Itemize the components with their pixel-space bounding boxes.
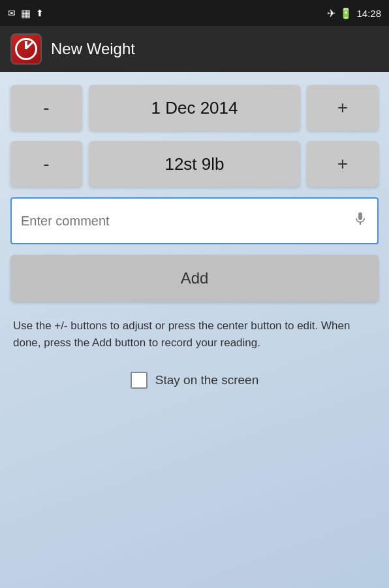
app-title: New Weight [51, 40, 135, 58]
email-icon: ✉ [8, 8, 16, 18]
app-icon [10, 33, 42, 65]
comment-input[interactable] [21, 214, 352, 229]
stay-on-screen-checkbox[interactable] [131, 372, 148, 389]
date-plus-button[interactable]: + [307, 85, 379, 131]
upload-icon: ⬆ [36, 8, 44, 18]
status-icons-right: ✈ 🔋 14:28 [327, 7, 381, 20]
barcode-icon: ▦ [21, 7, 31, 20]
date-minus-button[interactable]: - [10, 85, 82, 131]
weight-control-row: - 12st 9lb + [10, 141, 379, 187]
battery-icon: 🔋 [339, 7, 352, 20]
status-icons-left: ✉ ▦ ⬆ [8, 7, 44, 20]
help-text: Use the +/- buttons to adjust or press t… [10, 318, 379, 351]
add-button[interactable]: Add [10, 255, 379, 302]
stay-on-screen-label: Stay on the screen [155, 373, 258, 387]
airplane-icon: ✈ [327, 7, 335, 20]
app-bar: New Weight [0, 26, 389, 72]
weight-value[interactable]: 12st 9lb [89, 141, 300, 187]
stay-on-screen-row: Stay on the screen [10, 372, 379, 389]
main-content: - 1 Dec 2014 + - 12st 9lb + Add Use the … [0, 72, 389, 402]
date-control-row: - 1 Dec 2014 + [10, 85, 379, 131]
clock-time: 14:28 [356, 8, 381, 19]
comment-container [10, 197, 379, 244]
status-bar: ✉ ▦ ⬆ ✈ 🔋 14:28 [0, 0, 389, 26]
mic-icon[interactable] [352, 211, 368, 231]
weight-plus-button[interactable]: + [307, 141, 379, 187]
weight-minus-button[interactable]: - [10, 141, 82, 187]
date-value[interactable]: 1 Dec 2014 [89, 85, 300, 131]
